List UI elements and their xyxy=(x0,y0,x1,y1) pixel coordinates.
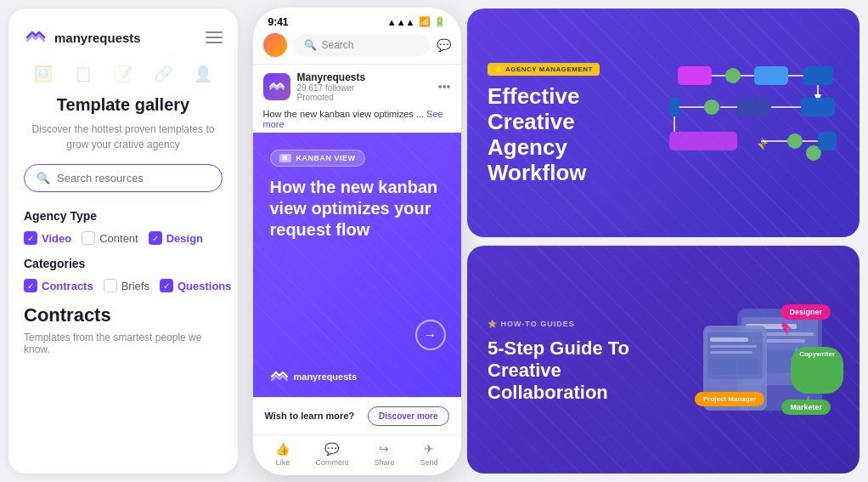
filter-briefs[interactable]: Briefs xyxy=(104,279,149,292)
checkbox-questions[interactable] xyxy=(160,279,173,292)
project-manager-tag: Project Manager xyxy=(695,392,764,406)
agency-badge: ⭐ AGENCY MANAGEMENT xyxy=(488,63,600,76)
hamburger-icon[interactable] xyxy=(206,31,223,43)
svg-rect-4 xyxy=(754,66,788,85)
categories-filter: Categories Contracts Briefs Questions xyxy=(24,257,223,292)
filter-video-label: Video xyxy=(42,232,71,245)
checkbox-video[interactable] xyxy=(24,231,37,245)
checkbox-content[interactable] xyxy=(82,231,95,245)
svg-rect-32 xyxy=(710,337,748,342)
filter-questions[interactable]: Questions xyxy=(160,279,232,292)
phone-search-bar[interactable]: 🔍 Search 💬 xyxy=(253,33,461,65)
svg-rect-35 xyxy=(710,360,736,375)
svg-rect-36 xyxy=(739,360,758,375)
icon-row: 🖼️📋📝🔗👤 xyxy=(24,65,223,83)
kanban-logo-text: manyrequests xyxy=(294,371,358,382)
agency-workflow-card: ⭐ AGENCY MANAGEMENT Effective Creative A… xyxy=(467,9,860,237)
svg-rect-33 xyxy=(710,345,757,348)
marketer-tag: Marketer xyxy=(781,400,831,415)
logo-text: manyrequests xyxy=(54,31,141,45)
designer-tag: Designer xyxy=(781,304,831,320)
middle-panel: 9:41 ▲▲▲ 📶 🔋 🔍 Search 💬 xyxy=(246,0,467,482)
svg-rect-16 xyxy=(669,132,737,150)
more-options-icon[interactable]: ••• xyxy=(438,80,451,94)
kanban-bg-pattern xyxy=(253,133,461,397)
filter-briefs-label: Briefs xyxy=(121,280,149,292)
checkbox-design[interactable] xyxy=(149,231,162,245)
flowchart-diagram xyxy=(669,60,839,186)
svg-rect-10 xyxy=(737,98,771,116)
kanban-card: ⊞ KANBAN VIEW How the new kanban view op… xyxy=(253,133,461,397)
cta-text: Wish to learn more? xyxy=(265,411,355,421)
checkbox-contracts[interactable] xyxy=(24,279,37,292)
contracts-heading: Contracts xyxy=(24,304,223,326)
filter-video[interactable]: Video xyxy=(24,231,71,245)
svg-marker-17 xyxy=(758,137,768,150)
svg-point-18 xyxy=(787,133,803,149)
discover-more-button[interactable]: Discover more xyxy=(368,406,448,426)
fb-post-text: How the new kanban view optimizes ... Se… xyxy=(253,105,461,133)
filter-design-label: Design xyxy=(166,232,203,245)
phone-frame: 9:41 ▲▲▲ 📶 🔋 🔍 Search 💬 xyxy=(253,8,461,475)
logo-icon xyxy=(24,26,48,49)
collaboration-card: ⭐ HOW-TO GUIDES 5-Step Guide To Creative… xyxy=(467,246,860,474)
phone-status-bar: 9:41 ▲▲▲ 📶 🔋 xyxy=(253,8,461,33)
gallery-subtitle: Discover the hottest proven templates to… xyxy=(24,122,223,152)
svg-rect-8 xyxy=(801,98,835,116)
search-icon: 🔍 xyxy=(37,172,50,184)
search-pill-text: Search xyxy=(322,39,354,51)
kanban-logo: manyrequests xyxy=(270,370,358,383)
svg-point-1 xyxy=(725,68,741,83)
like-icon: 👍 xyxy=(275,442,290,456)
agency-type-label: Agency Type xyxy=(24,209,223,223)
logo-area: manyrequests xyxy=(24,26,223,49)
card-bottom-title: 5-Step Guide To Creative Collaboration xyxy=(488,337,649,405)
status-icons: ▲▲▲ 📶 🔋 xyxy=(387,16,446,27)
svg-point-12 xyxy=(704,99,719,115)
svg-rect-14 xyxy=(669,98,679,116)
fb-search-pill[interactable]: 🔍 Search xyxy=(294,34,430,56)
action-like[interactable]: 👍 Like xyxy=(275,442,290,467)
fb-post-info: Manyrequests 29.617 follower Promoted xyxy=(297,71,431,102)
right-panel: ⭐ AGENCY MANAGEMENT Effective Creative A… xyxy=(467,0,868,482)
phone-cta: Wish to learn more? Discover more xyxy=(253,397,461,434)
share-icon: ↪ xyxy=(379,442,389,456)
search-input[interactable] xyxy=(57,172,210,184)
fb-followers: 29.617 follower xyxy=(297,83,431,93)
gallery-title: Template gallery xyxy=(24,95,223,115)
filter-contracts-label: Contracts xyxy=(42,280,93,292)
search-pill-icon: 🔍 xyxy=(304,39,317,51)
svg-rect-6 xyxy=(803,66,833,85)
fb-post-header: Manyrequests 29.617 follower Promoted ••… xyxy=(253,65,461,105)
user-avatar xyxy=(263,33,287,57)
filter-design[interactable]: Design xyxy=(149,231,203,245)
filter-content[interactable]: Content xyxy=(82,231,138,245)
action-share[interactable]: ↪ Share xyxy=(374,442,394,467)
logo-left: manyrequests xyxy=(24,26,141,49)
phone-time: 9:41 xyxy=(268,16,289,28)
copywriter-tag: Copywriter xyxy=(791,347,843,394)
action-send[interactable]: ✈ Send xyxy=(420,442,437,467)
phone-actions: 👍 Like 💬 Comment ↪ Share ✈ Send xyxy=(253,434,461,475)
agency-type-options: Video Content Design xyxy=(24,231,223,245)
arrow-circle[interactable]: → xyxy=(415,320,446,350)
action-comment[interactable]: 💬 Comment xyxy=(315,442,348,467)
agency-type-filter: Agency Type Video Content Design xyxy=(24,209,223,245)
contracts-section: Contracts Templates from the smartest pe… xyxy=(24,304,223,355)
left-panel: manyrequests 🖼️📋📝🔗👤 Template gallery Dis… xyxy=(8,9,238,473)
howto-badge: ⭐ HOW-TO GUIDES xyxy=(488,317,575,331)
contracts-desc: Templates from the smartest people we kn… xyxy=(24,332,223,355)
filter-contracts[interactable]: Contracts xyxy=(24,279,93,292)
filter-content-label: Content xyxy=(99,232,138,245)
search-box[interactable]: 🔍 xyxy=(24,164,223,192)
svg-rect-0 xyxy=(678,66,712,85)
phone-illustration: Designer Copywriter Project Manager Mark… xyxy=(686,300,839,419)
comment-icon: 💬 xyxy=(324,442,339,456)
categories-label: Categories xyxy=(24,257,223,270)
filter-questions-label: Questions xyxy=(178,280,232,292)
fb-promoted: Promoted xyxy=(297,93,431,102)
checkbox-briefs[interactable] xyxy=(104,279,117,292)
messenger-icon[interactable]: 💬 xyxy=(437,38,451,52)
card-top-text: ⭐ AGENCY MANAGEMENT Effective Creative A… xyxy=(488,60,657,186)
card-top-title: Effective Creative Agency Workflow xyxy=(488,84,657,186)
